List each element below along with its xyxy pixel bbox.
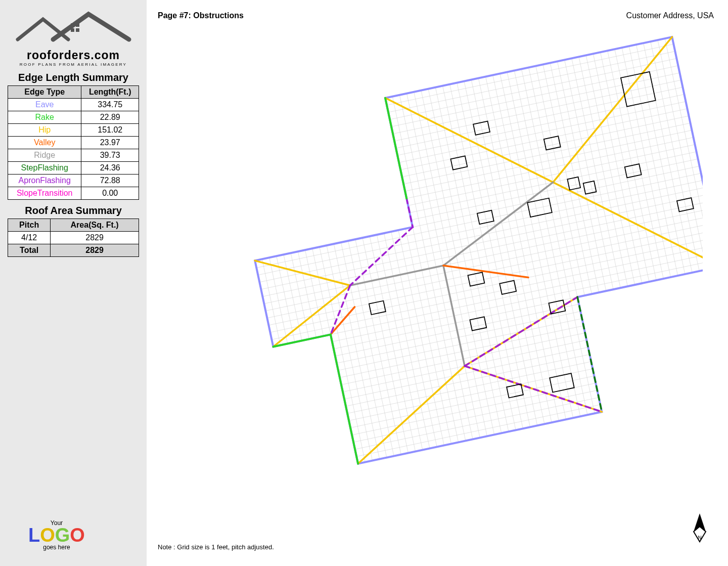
- svg-line-132: [553, 182, 703, 267]
- edge-length-cell: 22.89: [81, 111, 139, 124]
- edge-length-cell: 151.02: [81, 124, 139, 137]
- edge-type-cell: ApronFlashing: [8, 175, 81, 187]
- edge-length-cell: 23.97: [81, 137, 139, 149]
- svg-line-68: [648, 35, 703, 400]
- svg-line-8: [217, 119, 297, 492]
- edge-type-cell: Rake: [8, 111, 81, 124]
- svg-line-95: [242, 170, 703, 271]
- area-header-area: Area(Sq. Ft.): [51, 219, 139, 232]
- edge-type-cell: Eave: [8, 99, 81, 111]
- svg-line-144: [465, 297, 577, 366]
- edge-length-cell: 334.75: [81, 99, 139, 111]
- area-summary-table: Pitch Area(Sq. Ft.) 4/122829Total2829: [8, 219, 139, 257]
- table-row: 4/122829: [8, 232, 139, 244]
- svg-line-148: [331, 334, 358, 463]
- svg-line-128: [255, 260, 350, 285]
- svg-rect-1: [76, 23, 79, 27]
- svg-line-136: [350, 266, 443, 285]
- edge-length-cell: 39.73: [81, 149, 139, 162]
- svg-line-72: [676, 35, 703, 394]
- svg-line-125: [288, 385, 703, 486]
- svg-line-89: [233, 127, 703, 228]
- edge-header-type: Edge Type: [8, 86, 81, 99]
- svg-marker-4: [694, 513, 706, 532]
- svg-line-91: [236, 142, 703, 242]
- svg-line-146: [577, 297, 602, 412]
- brand-logo: rooforders.com Roof Plans From Aerial Im…: [0, 9, 147, 67]
- svg-line-145: [465, 366, 602, 412]
- edge-summary-title: Edge Length Summary: [0, 72, 147, 83]
- edge-length-cell: 0.00: [81, 187, 139, 200]
- main-content: Page #7: Obstructions Customer Address, …: [147, 0, 728, 566]
- compass-label: N: [698, 535, 701, 541]
- svg-line-137: [443, 182, 553, 266]
- svg-line-108: [262, 264, 703, 364]
- total-value: 2829: [51, 244, 139, 257]
- svg-line-133: [358, 366, 465, 464]
- area-cell: 2829: [51, 232, 139, 244]
- footer-logo-placeholder: Your LOGO goes here: [28, 519, 85, 551]
- svg-line-67: [641, 35, 703, 402]
- svg-line-140: [331, 307, 355, 335]
- edge-type-cell: Hip: [8, 124, 81, 137]
- compass-icon: N: [690, 512, 710, 545]
- total-row: Total2829: [8, 244, 139, 257]
- brand-name: rooforders.com: [27, 49, 120, 62]
- edge-type-cell: Ridge: [8, 149, 81, 162]
- svg-rect-0: [71, 23, 74, 27]
- total-label: Total: [8, 244, 51, 257]
- svg-marker-127: [255, 37, 703, 464]
- edge-length-cell: 24.36: [81, 162, 139, 175]
- edge-header-length: Length(Ft.): [81, 86, 139, 99]
- customer-address: Customer Address, USA: [626, 11, 714, 20]
- svg-line-123: [285, 371, 703, 472]
- grid-note: Note : Grid size is 1 feet, pitch adjust…: [158, 543, 274, 551]
- edge-type-cell: SlopeTransition: [8, 187, 81, 200]
- svg-line-92: [238, 149, 703, 249]
- table-row: ApronFlashing72.88: [8, 175, 139, 187]
- svg-line-109: [263, 271, 703, 371]
- edge-type-cell: StepFlashing: [8, 162, 81, 175]
- edge-summary-table: Edge Type Length(Ft.) Eave334.75Rake22.8…: [8, 85, 139, 200]
- brand-tagline: Roof Plans From Aerial Imagery: [0, 62, 147, 67]
- area-summary-title: Roof Area Summary: [0, 205, 147, 216]
- table-row: Rake22.89: [8, 111, 139, 124]
- svg-line-90: [235, 135, 703, 235]
- table-row: Ridge39.73: [8, 149, 139, 162]
- svg-rect-2: [71, 28, 74, 32]
- svg-line-130: [385, 98, 553, 183]
- svg-line-65: [626, 35, 703, 405]
- svg-marker-157: [583, 181, 597, 194]
- svg-line-96: [244, 178, 703, 278]
- svg-line-88: [232, 120, 703, 221]
- pitch-cell: 4/12: [8, 232, 51, 244]
- page-title: Page #7: Obstructions: [158, 11, 244, 20]
- svg-rect-3: [76, 28, 79, 32]
- table-row: Hip151.02: [8, 124, 139, 137]
- svg-line-69: [655, 35, 703, 399]
- roof-plan-diagram: [197, 35, 703, 501]
- table-row: Valley23.97: [8, 137, 139, 149]
- roof-logo-icon: [13, 9, 134, 50]
- table-row: Eave334.75: [8, 99, 139, 111]
- svg-line-121: [282, 357, 703, 457]
- edge-length-cell: 72.88: [81, 175, 139, 187]
- sidebar: rooforders.com Roof Plans From Aerial Im…: [0, 0, 147, 566]
- svg-line-7: [210, 120, 290, 494]
- svg-marker-156: [567, 177, 580, 190]
- svg-line-66: [633, 35, 703, 403]
- edge-type-cell: Valley: [8, 137, 81, 149]
- table-row: StepFlashing24.36: [8, 162, 139, 175]
- svg-line-139: [443, 266, 528, 278]
- svg-line-124: [286, 378, 703, 479]
- area-header-pitch: Pitch: [8, 219, 51, 232]
- table-row: SlopeTransition0.00: [8, 187, 139, 200]
- svg-line-71: [669, 35, 703, 396]
- svg-line-105: [257, 242, 703, 342]
- svg-line-122: [283, 364, 703, 464]
